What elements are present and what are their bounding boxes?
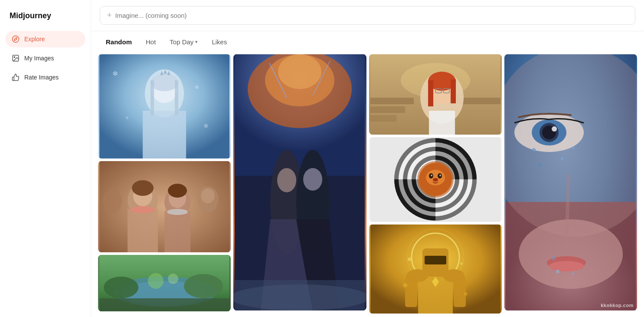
app-logo: Midjourney — [5, 9, 85, 28]
svg-rect-64 — [451, 79, 456, 103]
search-bar-container: + — [91, 0, 644, 31]
svg-point-38 — [148, 273, 163, 289]
svg-point-31 — [103, 189, 122, 213]
compass-icon — [11, 35, 20, 43]
svg-point-112 — [519, 219, 623, 289]
thumbsup-icon — [11, 73, 20, 82]
svg-point-99 — [464, 292, 467, 296]
image-col-3 — [369, 54, 502, 314]
svg-rect-63 — [428, 80, 433, 106]
svg-point-27 — [131, 206, 155, 213]
tab-hot-label: Hot — [146, 38, 156, 46]
list-item[interactable] — [369, 137, 502, 222]
sidebar-item-my-images[interactable]: My Images — [5, 50, 85, 66]
tab-random[interactable]: Random — [100, 36, 138, 48]
svg-point-83 — [439, 175, 441, 176]
sidebar-item-explore[interactable]: Explore — [5, 31, 85, 47]
plus-icon: + — [107, 11, 112, 20]
sidebar-item-my-images-label: My Images — [24, 55, 54, 62]
nature-water-img — [98, 255, 231, 311]
svg-text:❄: ❄ — [203, 122, 209, 129]
tab-hot[interactable]: Hot — [140, 36, 162, 48]
image-col-1: ❄ ❄ ❄ ❄ — [98, 54, 231, 314]
list-item[interactable] — [98, 255, 231, 311]
svg-point-25 — [132, 180, 154, 196]
list-item[interactable]: kkokkop.com — [504, 54, 637, 310]
svg-point-108 — [532, 148, 536, 152]
tab-likes-label: Likes — [212, 38, 227, 46]
list-item[interactable] — [233, 54, 366, 310]
svg-point-26 — [168, 184, 187, 198]
svg-rect-56 — [370, 106, 405, 113]
image-col-4: kkokkop.com — [504, 54, 637, 314]
svg-rect-24 — [164, 211, 190, 252]
svg-rect-10 — [175, 80, 178, 115]
svg-rect-21 — [127, 209, 158, 252]
sidebar: Midjourney Explore My Images Rate I — [0, 0, 91, 317]
svg-point-44 — [278, 54, 321, 89]
svg-point-8 — [150, 74, 178, 91]
list-item[interactable] — [98, 161, 231, 252]
list-item[interactable] — [369, 54, 502, 135]
tab-top-day-label: Top Day — [170, 38, 193, 46]
svg-rect-68 — [429, 111, 455, 135]
svg-point-36 — [184, 274, 223, 298]
svg-point-96 — [408, 258, 411, 261]
list-item[interactable] — [369, 225, 502, 314]
fantasy-ice-woman-img: ❄ ❄ ❄ ❄ — [98, 54, 231, 158]
svg-point-111 — [572, 146, 574, 149]
chevron-down-icon: ▾ — [195, 39, 198, 45]
svg-rect-90 — [425, 256, 446, 264]
svg-point-30 — [201, 188, 215, 203]
svg-point-115 — [556, 270, 559, 273]
list-item[interactable]: ❄ ❄ ❄ ❄ — [98, 54, 231, 158]
svg-point-48 — [277, 168, 296, 192]
tabs-bar: Random Hot Top Day ▾ Likes — [91, 31, 644, 51]
search-bar: + — [100, 6, 635, 25]
svg-point-116 — [572, 272, 574, 275]
image-col-2 — [233, 54, 366, 314]
redhead-church-img — [369, 54, 502, 135]
fire-ice-couple-img — [233, 54, 366, 310]
search-input[interactable] — [115, 12, 628, 19]
svg-point-114 — [549, 261, 584, 271]
svg-rect-55 — [370, 98, 414, 104]
closeup-eyes-img — [504, 54, 637, 310]
svg-rect-94 — [405, 277, 417, 307]
svg-rect-7 — [143, 111, 186, 158]
svg-text:❄: ❄ — [195, 84, 199, 90]
image-icon — [11, 54, 20, 63]
golden-knight-img — [369, 225, 502, 314]
svg-point-35 — [104, 277, 138, 298]
svg-marker-1 — [14, 38, 17, 40]
svg-point-117 — [551, 256, 556, 261]
svg-point-110 — [538, 163, 543, 167]
svg-point-0 — [13, 36, 19, 43]
svg-rect-95 — [454, 277, 466, 307]
svg-text:❄: ❄ — [125, 116, 129, 120]
lion-spiral-img — [369, 137, 502, 222]
image-grid: ❄ ❄ ❄ ❄ — [91, 51, 644, 317]
svg-point-28 — [167, 209, 188, 215]
sidebar-item-rate-images-label: Rate Images — [24, 74, 59, 81]
tab-top-day[interactable]: Top Day ▾ — [163, 36, 204, 48]
svg-rect-37 — [99, 298, 229, 311]
svg-point-98 — [403, 283, 407, 287]
svg-point-50 — [303, 168, 322, 191]
svg-rect-58 — [457, 98, 500, 104]
svg-rect-9 — [150, 80, 154, 115]
svg-point-82 — [431, 175, 432, 176]
svg-rect-57 — [370, 115, 396, 122]
svg-point-107 — [552, 126, 557, 132]
tab-likes[interactable]: Likes — [206, 36, 233, 48]
svg-point-52 — [233, 284, 366, 310]
svg-point-97 — [460, 262, 463, 265]
sidebar-item-explore-label: Explore — [24, 36, 45, 43]
svg-point-39 — [168, 274, 178, 284]
svg-point-84 — [433, 178, 438, 182]
svg-text:❄: ❄ — [112, 70, 118, 77]
women-crowd-img — [98, 161, 231, 252]
svg-point-109 — [561, 157, 563, 160]
tab-random-label: Random — [106, 38, 132, 46]
sidebar-item-rate-images[interactable]: Rate Images — [5, 69, 85, 86]
